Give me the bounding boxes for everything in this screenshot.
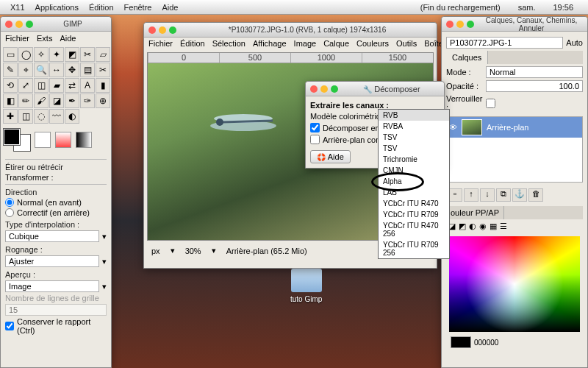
imenu-edit[interactable]: Édition <box>180 39 205 48</box>
close-icon[interactable] <box>5 21 12 28</box>
as-layers-checkbox[interactable] <box>310 123 320 132</box>
text-tool[interactable]: A <box>80 78 95 93</box>
anchor-layer-button[interactable]: ⚓ <box>512 188 527 202</box>
help-button[interactable]: 🛟 Aide <box>310 150 351 163</box>
hex-value[interactable]: 000000 <box>474 339 498 347</box>
direction-normal[interactable]: Normal (en avant) <box>5 198 107 207</box>
option-rvb[interactable]: RVB <box>379 110 449 121</box>
duplicate-layer-button[interactable]: ⧉ <box>496 188 511 202</box>
zoom-level[interactable]: 30% <box>182 246 204 256</box>
scissors-tool[interactable]: ✂ <box>80 47 95 62</box>
ellipse-select-tool[interactable]: ◯ <box>18 47 33 62</box>
new-layer-button[interactable]: ▫ <box>448 188 462 202</box>
image-titlebar[interactable]: *P1030772.JPG-1.0 (RVB, 1 calque) 1974x1… <box>144 23 437 38</box>
option-ycbcr709[interactable]: YCbCr ITU R709 <box>379 209 449 220</box>
lock-checkbox[interactable] <box>486 99 495 108</box>
tab-layers[interactable]: Calques <box>446 51 488 64</box>
rotate-tool[interactable]: ⟲ <box>3 78 18 93</box>
close-icon[interactable] <box>148 26 156 34</box>
layer-item[interactable]: 👁 Arrière-plan <box>447 117 582 138</box>
menu-applications[interactable]: Applications <box>35 3 79 12</box>
layers-titlebar[interactable]: Calques, Canaux, Chemins, Annuler <box>442 17 587 32</box>
doc-select[interactable]: P1030772.JPG-1 <box>446 37 563 49</box>
minimize-icon[interactable] <box>159 26 166 34</box>
menu-exts[interactable]: Exts <box>37 34 52 43</box>
scales-icon[interactable]: ☰ <box>500 222 507 231</box>
measure-tool[interactable]: ↔ <box>49 63 64 77</box>
option-lab[interactable]: LAB <box>379 187 449 198</box>
zoom-tool[interactable]: 🔍 <box>34 63 49 77</box>
visibility-icon[interactable]: 👁 <box>449 123 457 132</box>
tab-fgbg-color[interactable]: ouleur PP/AP <box>446 206 504 219</box>
smudge-tool[interactable]: 〰 <box>49 109 64 124</box>
delete-layer-button[interactable]: 🗑 <box>528 188 543 202</box>
zoom-icon[interactable] <box>26 21 33 28</box>
option-tsv[interactable]: TSV <box>379 132 449 143</box>
option-ycbcr470[interactable]: YCbCr ITU R470 <box>379 198 449 209</box>
keep-ratio-checkbox[interactable]: Conserver le rapport (Ctrl) <box>5 317 107 335</box>
pencil-tool[interactable]: ✏ <box>18 93 33 108</box>
brush-preview[interactable] <box>35 132 51 148</box>
bucket-tool[interactable]: ▮ <box>96 78 110 93</box>
rect-select-tool[interactable]: ▭ <box>3 47 18 62</box>
fg-color[interactable] <box>4 129 20 145</box>
imenu-layer[interactable]: Calque <box>323 39 349 48</box>
dodge-tool[interactable]: ◐ <box>65 109 79 124</box>
close-icon[interactable] <box>310 85 318 93</box>
close-icon[interactable] <box>446 21 453 28</box>
align-tool[interactable]: ▤ <box>80 63 95 77</box>
menu-aide[interactable]: Aide <box>60 34 76 43</box>
paths-tool[interactable]: ✎ <box>3 63 18 77</box>
gradient-preview[interactable] <box>76 132 92 148</box>
auto-button[interactable]: Auto <box>566 38 583 47</box>
dialog-titlebar[interactable]: 🔧 Décomposer <box>306 82 444 96</box>
scale-tool[interactable]: ⤢ <box>18 78 33 93</box>
color-picker[interactable] <box>449 236 580 332</box>
toolbox-titlebar[interactable]: GIMP <box>1 17 111 32</box>
option-ycbcr709-256[interactable]: YCbCr ITU R709 256 <box>379 239 449 258</box>
mode-select[interactable]: Normal <box>486 66 583 78</box>
bg-checkbox[interactable] <box>310 135 320 144</box>
option-trichromie[interactable]: Trichromie <box>379 154 449 165</box>
watercolor-icon[interactable]: ◐ <box>469 222 476 231</box>
imenu-file[interactable]: Fichier <box>148 39 173 48</box>
minimize-icon[interactable] <box>15 21 23 28</box>
lasso-tool[interactable]: ✧ <box>34 47 49 62</box>
crop-select[interactable]: Ajuster▾ <box>5 255 107 267</box>
option-tsv2[interactable]: TSV <box>379 143 449 154</box>
option-ycbcr470-256[interactable]: YCbCr ITU R470 256 <box>379 220 449 239</box>
option-rvba[interactable]: RVBA <box>379 121 449 132</box>
menu-window[interactable]: Fenêtre <box>124 3 152 12</box>
color-picker-tool[interactable]: ⌖ <box>18 63 33 77</box>
brush-tool[interactable]: 🖌 <box>34 93 49 108</box>
direction-corrective[interactable]: Correctif (en arrière) <box>5 208 107 217</box>
minimize-icon[interactable] <box>320 85 328 93</box>
perspective-clone[interactable]: ◫ <box>18 109 33 124</box>
minimize-icon[interactable] <box>456 21 464 28</box>
zoom-icon[interactable] <box>169 26 176 34</box>
zoom-icon[interactable] <box>331 85 338 93</box>
color-model-dropdown[interactable]: RVB RVBA TSV TSV Trichromie CMJN Alpha L… <box>378 109 450 259</box>
imenu-colors[interactable]: Couleurs <box>356 39 389 48</box>
opacity-slider[interactable]: 100.0 <box>486 80 583 92</box>
wand-tool[interactable]: ✦ <box>49 47 64 62</box>
flip-tool[interactable]: ⇄ <box>65 78 79 93</box>
option-alpha[interactable]: Alpha <box>379 176 449 187</box>
imenu-tools[interactable]: Outils <box>396 39 417 48</box>
menu-file[interactable]: Fichier <box>5 34 29 43</box>
imenu-image[interactable]: Image <box>294 39 317 48</box>
crop-tool[interactable]: ✂ <box>96 63 110 77</box>
move-tool[interactable]: ✥ <box>65 63 79 77</box>
blur-tool[interactable]: ◌ <box>34 109 49 124</box>
app-name[interactable]: X11 <box>10 3 25 12</box>
lower-layer-button[interactable]: ↓ <box>480 188 495 202</box>
heal-tool[interactable]: ✚ <box>3 109 18 124</box>
unit-select[interactable]: px <box>148 246 163 256</box>
interpolation-select[interactable]: Cubique▾ <box>5 230 107 242</box>
desktop-folder[interactable]: tuto Gimp <box>290 269 322 303</box>
eraser-tool[interactable]: ◪ <box>49 93 64 108</box>
menu-edition[interactable]: Édition <box>89 3 114 12</box>
ink-tool[interactable]: ✑ <box>80 93 95 108</box>
zoom-icon[interactable] <box>467 21 474 28</box>
imenu-view[interactable]: Affichage <box>253 39 287 48</box>
